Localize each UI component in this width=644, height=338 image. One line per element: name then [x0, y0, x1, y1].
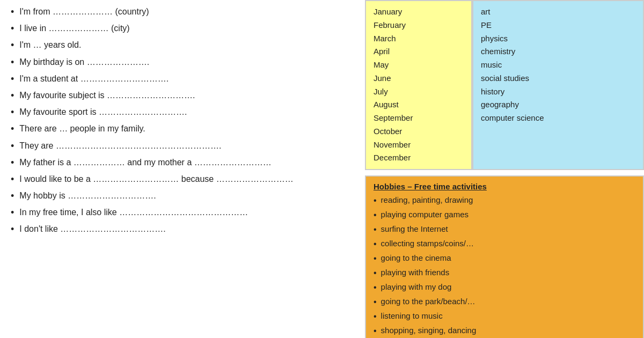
- sentence-item: There are … people in my family.: [11, 122, 354, 136]
- top-panels: JanuaryFebruaryMarchAprilMayJuneJulyAugu…: [365, 0, 644, 170]
- sentence-item: I'm a student at ………………………….: [11, 72, 354, 86]
- subject-item: art: [481, 5, 635, 19]
- months-box: JanuaryFebruaryMarchAprilMayJuneJulyAugu…: [365, 0, 472, 170]
- right-panels: JanuaryFebruaryMarchAprilMayJuneJulyAugu…: [365, 0, 644, 338]
- month-item: August: [374, 98, 464, 112]
- month-item: May: [374, 58, 464, 72]
- hobby-item: going to the cinema: [374, 252, 635, 265]
- hobbies-list: reading, painting, drawingplaying comput…: [374, 194, 635, 337]
- hobby-item: collecting stamps/coins/…: [374, 238, 635, 251]
- sentence-item: I would like to be a ………………………… because …: [11, 173, 354, 186]
- sentence-item: I don't like ……………………………….: [11, 223, 354, 236]
- sentence-item: I live in ………………… (city): [11, 22, 354, 35]
- hobbies-title: Hobbies – Free time activities: [374, 182, 635, 191]
- sentence-item: I'm from ………………… (country): [11, 5, 354, 19]
- month-item: December: [374, 151, 464, 165]
- subject-item: social studies: [481, 72, 635, 85]
- main-sentences-panel: I'm from ………………… (country)I live in ……………: [0, 0, 365, 338]
- subject-item: geography: [481, 98, 635, 112]
- sentence-item: My hobby is ………………………….: [11, 189, 354, 203]
- month-item: April: [374, 45, 464, 58]
- subject-item: physics: [481, 32, 635, 46]
- hobbies-box: Hobbies – Free time activities reading, …: [365, 175, 644, 338]
- hobby-item: playing computer games: [374, 209, 635, 222]
- subject-item: PE: [481, 19, 635, 32]
- month-item: January: [374, 5, 464, 19]
- sentence-item: My favourite sport is ………………………….: [11, 106, 354, 119]
- sentence-item: In my free time, I also like ………………………………: [11, 206, 354, 219]
- hobby-item: going to the park/beach/…: [374, 296, 635, 308]
- sentence-item: My favourite subject is ………………………….: [11, 89, 354, 102]
- sentence-item: They are ………………………………………………….: [11, 139, 354, 153]
- month-item: March: [374, 32, 464, 46]
- hobby-item: playing with my dog: [374, 281, 635, 294]
- sentence-item: My father is a ……………… and my mother a ………: [11, 156, 354, 170]
- sentence-list: I'm from ………………… (country)I live in ……………: [11, 5, 354, 237]
- sentence-item: My birthday is on ………………….: [11, 56, 354, 69]
- sentence-item: I'm … years old.: [11, 39, 354, 52]
- month-item: October: [374, 125, 464, 138]
- month-item: February: [374, 19, 464, 32]
- subject-item: history: [481, 85, 635, 99]
- month-item: June: [374, 72, 464, 85]
- subject-item: computer science: [481, 112, 635, 125]
- month-item: September: [374, 112, 464, 125]
- hobby-item: shopping, singing, dancing: [374, 325, 635, 337]
- hobby-item: playing with friends: [374, 267, 635, 280]
- hobby-item: surfing the Internet: [374, 223, 635, 236]
- subject-item: music: [481, 58, 635, 72]
- month-item: July: [374, 85, 464, 99]
- subjects-box: artPEphysicschemistrymusicsocial studies…: [472, 0, 644, 170]
- subject-item: chemistry: [481, 45, 635, 58]
- month-item: November: [374, 138, 464, 152]
- hobby-item: listening to music: [374, 310, 635, 323]
- hobby-item: reading, painting, drawing: [374, 194, 635, 207]
